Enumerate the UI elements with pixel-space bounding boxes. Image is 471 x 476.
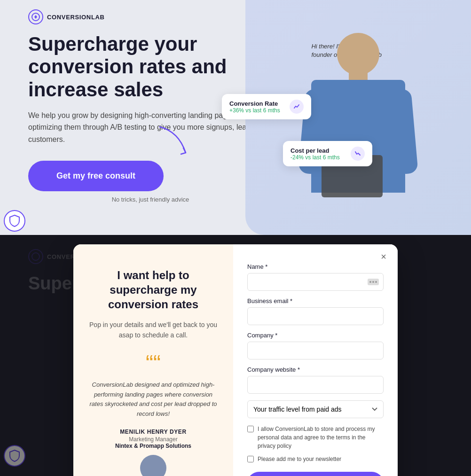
testimonial-text: ConversionLab designed and optimized hig… xyxy=(87,380,219,419)
bottom-section: CONVERSIONLAB Supercharge your conversio… xyxy=(0,235,471,476)
website-label: Company website * xyxy=(247,366,384,373)
consent2-group: Please add me to your newsletter xyxy=(247,455,384,463)
cta-button[interactable]: Get my free consult xyxy=(28,161,164,191)
modal-left-panel: I want help to supercharge my conversion… xyxy=(73,244,233,476)
logo-text: CONVERSIONLAB xyxy=(47,14,105,21)
stat-card-conversion: Conversion Rate +36% vs last 6 mths xyxy=(222,94,311,119)
modal-close-button[interactable]: × xyxy=(377,250,390,263)
name-field-group: Name * xyxy=(247,263,384,291)
hero-section: CONVERSIONLAB Supercharge your conversio… xyxy=(0,0,471,235)
email-field-group: Business email * xyxy=(247,297,384,325)
traffic-field-group: Your traffic level from paid ads Less th… xyxy=(247,400,384,418)
testimonial-author-name: MENILIK HENRY DYER xyxy=(120,429,186,435)
company-field-group: Company * xyxy=(247,332,384,359)
company-label: Company * xyxy=(247,332,384,339)
stat2-icon xyxy=(351,147,365,161)
cta-note: No tricks, just friendly advice xyxy=(28,196,273,203)
stat1-value: +36% vs last 6 mths xyxy=(229,107,280,114)
modal-subtitle: Pop in your details and we'll get back t… xyxy=(87,320,219,341)
website-input[interactable] xyxy=(247,376,384,394)
email-input[interactable] xyxy=(247,307,384,325)
consent1-checkbox[interactable] xyxy=(247,426,254,432)
shield-badge-top[interactable] xyxy=(4,210,25,232)
quote-mark: ““ xyxy=(146,354,161,372)
modal-right-panel: Name * Business email * C xyxy=(233,244,398,476)
testimonial-author-role: Marketing Manager xyxy=(129,436,177,443)
modal-overlay: × I want help to supercharge my conversi… xyxy=(0,235,471,476)
arrow-decoration xyxy=(155,122,193,162)
svg-point-2 xyxy=(149,462,157,469)
email-label: Business email * xyxy=(247,297,384,304)
autofill-indicator xyxy=(368,279,379,285)
modal-title: I want help to supercharge my conversion… xyxy=(87,268,219,312)
stat1-icon xyxy=(290,100,304,114)
hero-title: Supercharge your conversion rates and in… xyxy=(28,33,273,101)
consent2-checkbox[interactable] xyxy=(247,456,254,462)
name-label: Name * xyxy=(247,263,384,270)
logo-icon xyxy=(28,9,43,24)
stat1-label: Conversion Rate xyxy=(229,100,280,107)
consent2-label: Please add me to your newsletter xyxy=(258,455,341,463)
stat2-label: Cost per lead xyxy=(290,147,340,154)
name-input[interactable] xyxy=(247,273,384,291)
modal-dialog: × I want help to supercharge my conversi… xyxy=(73,244,398,476)
submit-button[interactable]: Yes, I want help now xyxy=(247,472,384,476)
website-field-group: Company website * xyxy=(247,366,384,394)
testimonial-avatar xyxy=(140,455,166,476)
stat-card-cost: Cost per lead -24% vs last 6 mths xyxy=(283,141,372,166)
traffic-select[interactable]: Your traffic level from paid ads Less th… xyxy=(247,400,384,418)
stat2-value: -24% vs last 6 mths xyxy=(290,154,340,161)
consent1-group: I allow ConversionLab to store and proce… xyxy=(247,425,384,450)
company-input[interactable] xyxy=(247,342,384,359)
hero-person-area: Hi there! I'm Finge,founder of Conversio… xyxy=(245,0,471,235)
consent1-label: I allow ConversionLab to store and proce… xyxy=(258,425,384,450)
testimonial-author-company: Nintex & Promapp Solutions xyxy=(115,443,191,449)
